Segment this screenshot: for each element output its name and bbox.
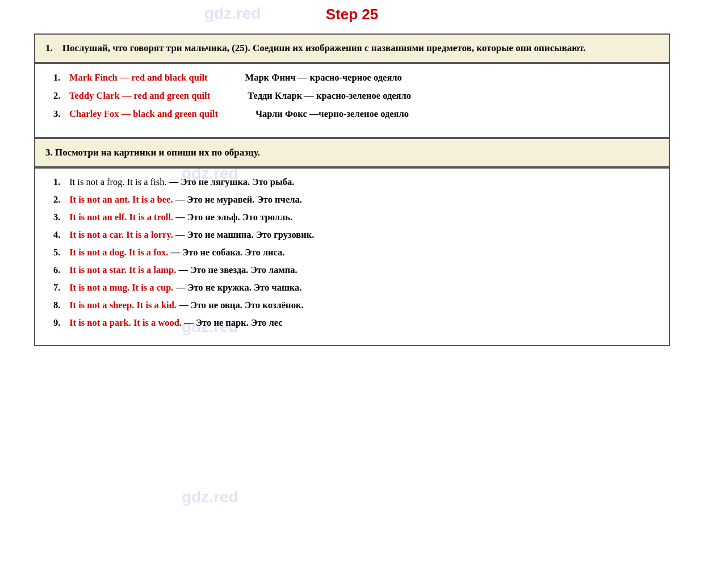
item-english: It is not a dog. It is a fox. [69,247,168,258]
item-english: Charley Fox — black and green quilt [69,108,218,120]
list-item: 3. Charley Fox — black and green quilt Ч… [53,108,655,120]
item-translation: Марк Финч — красно-черное одеяло [245,72,402,83]
item-dash: — [169,177,179,188]
list-item: 1. It is not a frog. It is a fish. — Это… [53,177,655,188]
item-russian: Это не муравей. Это пчела. [187,194,302,205]
item-translation: Тедди Кларк — красно-зеленое одеяло [248,90,411,102]
exercise1-header-text: 1. Послушай, что говорят три мальчика, (… [45,43,585,53]
item-translation: Чарли Фокс —черно-зеленое одеяло [255,108,409,120]
item-english: Teddy Clark — red and green quilt [69,90,210,102]
item-num: 3. [53,108,66,120]
list-item: 8. It is not a sheep. It is a kid. — Это… [53,300,655,311]
item-russian: Это не эльф. Это тролль. [187,212,292,223]
item-dash: — [179,264,188,276]
item-dash: — [184,317,194,329]
item-num: 8. [53,300,67,311]
list-item: 3. It is not an elf. It is a troll. — Эт… [53,212,655,223]
item-num: 9. [53,317,67,329]
step-number: 25 [362,6,378,23]
item-russian: Это не кружка. Это чашка. [187,282,301,293]
exercise1-list: 1. Mark Finch — red and black quilt Марк… [53,72,655,120]
exercise3-content-box: 1. It is not a frog. It is a fish. — Это… [34,169,670,346]
exercise1-content: 1. Mark Finch — red and black quilt Марк… [35,64,669,137]
exercise3-content: 1. It is not a frog. It is a fish. — Это… [35,169,669,345]
watermark-3: gdz.red [182,488,238,506]
exercise3-header-box: 3. Посмотри на картинки и опиши их по об… [34,138,670,169]
item-num: 1. [53,177,67,188]
item-num: 4. [53,229,67,241]
item-dash: — [179,300,188,311]
item-russian: Это не звезда. Это лампа. [190,264,297,276]
list-item: 4. It is not a car. It is a lorry. — Это… [53,229,655,241]
list-item: 7. It is not a mug. It is a cup. — Это н… [53,282,655,293]
exercise1-content-box: 1. Mark Finch — red and black quilt Марк… [34,64,670,138]
item-english: It is not a star. It is a lamp. [69,264,176,276]
item-dash: — [170,247,180,258]
exercise1-header: 1. Послушай, что говорят три мальчика, (… [35,35,669,63]
item-num: 3. [53,212,67,223]
item-russian: Это не лягушка. Это рыба. [181,177,294,188]
item-dash: — [176,282,186,293]
item-russian: Это не машина. Это грузовик. [187,229,315,241]
item-russian: Это не овца. Это козлёнок. [191,300,304,311]
item-num: 7. [53,282,67,293]
exercise3-list: 1. It is not a frog. It is a fish. — Это… [53,177,655,329]
item-english: It is not an elf. It is a troll. [69,212,173,223]
item-num: 2. [53,194,67,205]
step-label: Step [326,6,358,23]
item-english: It is not an ant. It is a bee. [69,194,173,205]
item-num: 5. [53,247,67,258]
page-container: Step 25 1. Послушай, что говорят три мал… [11,0,693,363]
item-english: It is not a sheep. It is a kid. [69,300,177,311]
item-english: It is not a car. It is a lorry. [69,229,173,241]
exercise3-header-text: 3. Посмотри на картинки и опиши их по об… [45,147,260,158]
page-title: Step 25 [34,6,670,23]
item-num: 1. [53,72,66,83]
list-item: 6. It is not a star. It is a lamp. — Это… [53,264,655,276]
list-item: 1. Mark Finch — red and black quilt Марк… [53,72,655,83]
item-num: 2. [53,90,66,102]
exercise1-box: 1. Послушай, что говорят три мальчика, (… [34,33,670,64]
item-russian: Это не собака. Это лиса. [182,247,284,258]
item-dash: — [175,212,185,223]
list-item: 2. Teddy Clark — red and green quilt Тед… [53,90,655,102]
list-item: 9. It is not a park. It is a wood. — Это… [53,317,655,329]
item-english: Mark Finch — red and black quilt [69,72,208,83]
list-item: 5. It is not a dog. It is a fox. — Это н… [53,247,655,258]
item-num: 6. [53,264,67,276]
item-english: It is not a park. It is a wood. [69,317,182,329]
item-russian: Это не парк. Это лес [196,317,283,329]
list-item: 2. It is not an ant. It is a bee. — Это … [53,194,655,205]
exercise3-header: 3. Посмотри на картинки и опиши их по об… [35,139,669,167]
item-dash: — [175,194,185,205]
item-english: It is not a frog. It is a fish. [69,177,166,188]
item-dash: — [175,229,185,241]
item-english: It is not a mug. It is a cup. [69,282,173,293]
